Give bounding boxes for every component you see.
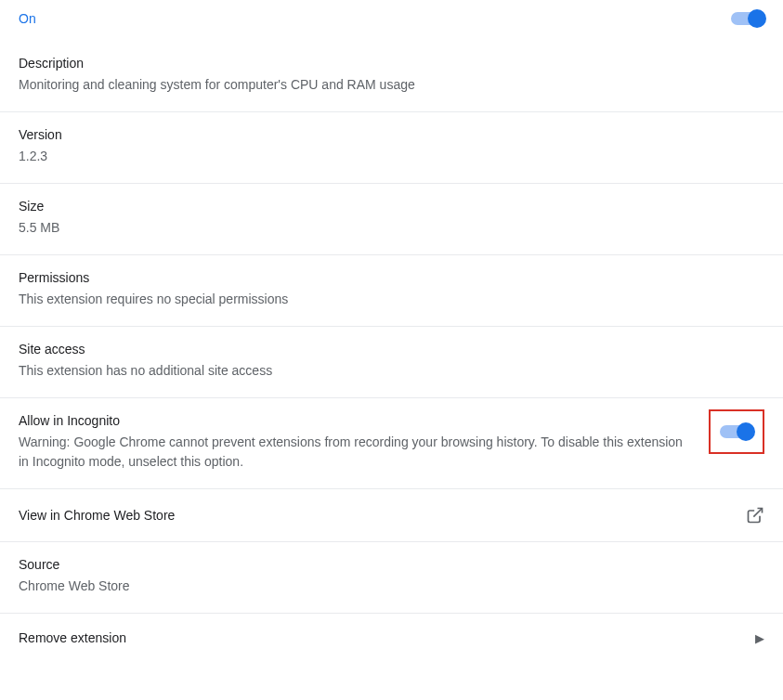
version-value: 1.2.3 xyxy=(19,147,764,166)
on-label: On xyxy=(19,11,36,26)
description-value: Monitoring and cleaning system for compu… xyxy=(19,75,764,95)
version-title: Version xyxy=(19,127,764,142)
enable-toggle[interactable] xyxy=(731,9,764,28)
source-section: Source Chrome Web Store xyxy=(0,542,783,614)
on-row: On xyxy=(0,0,783,41)
version-section: Version 1.2.3 xyxy=(0,112,783,184)
site-access-title: Site access xyxy=(19,342,764,356)
remove-title: Remove extension xyxy=(19,630,126,645)
site-access-section: Site access This extension has no additi… xyxy=(0,327,783,398)
remove-extension-row[interactable]: Remove extension ▶ xyxy=(0,614,783,658)
description-title: Description xyxy=(19,56,764,71)
source-title: Source xyxy=(19,557,764,572)
site-access-value: This extension has no additional site ac… xyxy=(19,361,764,381)
highlight-box xyxy=(709,409,764,454)
incognito-section: Allow in Incognito Warning: Google Chrom… xyxy=(0,398,783,489)
description-section: Description Monitoring and cleaning syst… xyxy=(0,41,783,112)
incognito-warning: Warning: Google Chrome cannot prevent ex… xyxy=(19,433,687,472)
incognito-toggle[interactable] xyxy=(720,422,753,441)
permissions-title: Permissions xyxy=(19,270,764,285)
permissions-value: This extension requires no special permi… xyxy=(19,290,764,309)
source-value: Chrome Web Store xyxy=(19,577,764,596)
size-section: Size 5.5 MB xyxy=(0,184,783,255)
chevron-right-icon: ▶ xyxy=(755,631,764,645)
webstore-title: View in Chrome Web Store xyxy=(19,508,175,523)
view-webstore-row[interactable]: View in Chrome Web Store xyxy=(0,489,783,542)
size-title: Size xyxy=(19,199,764,214)
permissions-section: Permissions This extension requires no s… xyxy=(0,255,783,327)
external-link-icon xyxy=(746,506,764,525)
svg-line-0 xyxy=(753,509,762,517)
incognito-title: Allow in Incognito xyxy=(19,413,687,428)
size-value: 5.5 MB xyxy=(19,218,764,238)
